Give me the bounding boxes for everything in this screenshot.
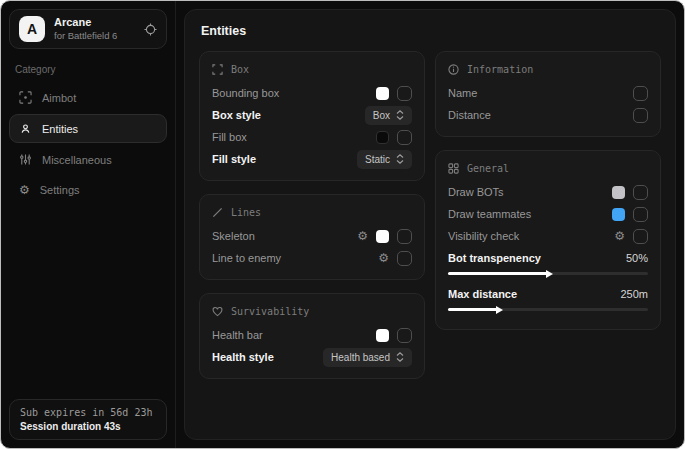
box-card-title: Box: [231, 64, 249, 75]
slider-fill: [448, 308, 498, 311]
entities-scan-icon: [19, 122, 32, 135]
bounding-box-checkbox[interactable]: [397, 86, 412, 101]
subscription-card: Sub expires in 56d 23h Session duration …: [9, 399, 167, 440]
health-bar-row: Health bar: [212, 324, 412, 346]
name-checkbox[interactable]: [633, 86, 648, 101]
left-column: Box Bounding box Box style: [199, 51, 425, 379]
health-style-dropdown[interactable]: Health based: [323, 348, 412, 367]
general-card: General Draw BOTs Draw teammates: [435, 150, 661, 330]
sub-expiry-text: Sub expires in 56d 23h: [20, 407, 156, 418]
diagonal-line-icon: [212, 207, 223, 218]
category-label: Category: [15, 64, 161, 75]
line-to-enemy-checkbox[interactable]: [397, 251, 412, 266]
survivability-card-title: Survivability: [231, 306, 309, 317]
info-icon: [448, 64, 459, 75]
color-swatch[interactable]: [376, 87, 389, 100]
health-style-value: Health based: [331, 352, 390, 363]
survivability-card-header: Survivability: [212, 306, 412, 317]
session-duration-text: Session duration 43s: [20, 421, 156, 432]
sidebar-item-settings[interactable]: ⚙ Settings: [9, 176, 167, 204]
sliders-icon: [19, 153, 32, 166]
distance-checkbox[interactable]: [633, 108, 648, 123]
max-distance-slider[interactable]: [448, 308, 648, 311]
distance-label: Distance: [448, 109, 491, 121]
sidebar-item-label: Miscellaneous: [42, 154, 112, 166]
grid-icon: [448, 163, 459, 174]
general-card-header: General: [448, 163, 648, 174]
slider-thumb[interactable]: [546, 270, 553, 278]
bounding-box-label: Bounding box: [212, 87, 279, 99]
line-to-enemy-row: Line to enemy ⚙: [212, 247, 412, 269]
bot-transparency-slider[interactable]: [448, 272, 648, 275]
color-swatch[interactable]: [376, 230, 389, 243]
information-card-title: Information: [467, 64, 533, 75]
sidebar-item-label: Settings: [40, 184, 80, 196]
chevrons-up-down-icon: [396, 352, 404, 362]
main-area: Entities Box: [176, 1, 684, 448]
health-style-row: Health style Health based: [212, 346, 412, 368]
sidebar-item-entities[interactable]: Entities: [9, 114, 167, 143]
gear-icon[interactable]: ⚙: [378, 252, 389, 264]
fill-box-row: Fill box: [212, 126, 412, 148]
color-swatch[interactable]: [612, 186, 625, 199]
draw-teammates-label: Draw teammates: [448, 208, 531, 220]
lines-card-title: Lines: [231, 207, 261, 218]
bot-transparency-label: Bot transpenency: [448, 252, 541, 264]
draw-teammates-checkbox[interactable]: [633, 207, 648, 222]
max-distance-label: Max distance: [448, 288, 517, 300]
gear-icon[interactable]: ⚙: [357, 230, 368, 242]
general-card-title: General: [467, 163, 509, 174]
draw-bots-label: Draw BOTs: [448, 186, 504, 198]
survivability-card: Survivability Health bar Health style: [199, 293, 425, 379]
fill-box-label: Fill box: [212, 131, 247, 143]
fill-box-checkbox[interactable]: [397, 130, 412, 145]
crosshair-icon[interactable]: [144, 23, 157, 36]
slider-thumb[interactable]: [496, 306, 503, 314]
name-row: Name: [448, 82, 648, 104]
chevrons-up-down-icon: [396, 110, 404, 120]
box-card: Box Bounding box Box style: [199, 51, 425, 181]
visibility-check-checkbox[interactable]: [633, 229, 648, 244]
gear-icon: ⚙: [19, 184, 30, 196]
distance-row: Distance: [448, 104, 648, 126]
health-style-label: Health style: [212, 351, 274, 363]
lines-card-header: Lines: [212, 207, 412, 218]
sidebar: A Arcane for Battlefield 6 Category Aimb…: [1, 1, 176, 448]
max-distance-value: 250m: [620, 288, 648, 300]
color-swatch[interactable]: [376, 329, 389, 342]
lines-card: Lines Skeleton ⚙ Line to enemy: [199, 194, 425, 280]
fill-style-dropdown[interactable]: Static: [357, 150, 412, 169]
sidebar-item-miscellaneous[interactable]: Miscellaneous: [9, 145, 167, 174]
heart-icon: [212, 306, 223, 317]
entities-panel: Entities Box: [184, 9, 676, 440]
skeleton-checkbox[interactable]: [397, 229, 412, 244]
sidebar-item-label: Aimbot: [42, 92, 76, 104]
bounding-box-row: Bounding box: [212, 82, 412, 104]
brand-logo: A: [19, 16, 45, 42]
skeleton-label: Skeleton: [212, 230, 255, 242]
slider-fill: [448, 272, 548, 275]
skeleton-row: Skeleton ⚙: [212, 225, 412, 247]
information-card: Information Name Distance: [435, 51, 661, 137]
box-style-value: Box: [373, 110, 390, 121]
information-card-header: Information: [448, 64, 648, 75]
health-bar-checkbox[interactable]: [397, 328, 412, 343]
box-style-dropdown[interactable]: Box: [365, 106, 412, 125]
fill-style-label: Fill style: [212, 153, 256, 165]
bot-transparency-row: Bot transpenency 50%: [448, 247, 648, 269]
box-style-label: Box style: [212, 109, 261, 121]
box-style-row: Box style Box: [212, 104, 412, 126]
sidebar-item-aimbot[interactable]: Aimbot: [9, 83, 167, 112]
line-to-enemy-label: Line to enemy: [212, 252, 281, 264]
color-swatch[interactable]: [612, 208, 625, 221]
draw-bots-checkbox[interactable]: [633, 185, 648, 200]
name-label: Name: [448, 87, 477, 99]
brand-subtitle: for Battlefield 6: [54, 30, 135, 42]
visibility-check-row: Visibility check ⚙: [448, 225, 648, 247]
visibility-check-label: Visibility check: [448, 230, 519, 242]
sidebar-spacer: [9, 206, 167, 399]
fill-style-value: Static: [365, 154, 390, 165]
color-swatch[interactable]: [376, 131, 389, 144]
brand-text: Arcane for Battlefield 6: [54, 16, 135, 42]
gear-icon[interactable]: ⚙: [614, 230, 625, 242]
